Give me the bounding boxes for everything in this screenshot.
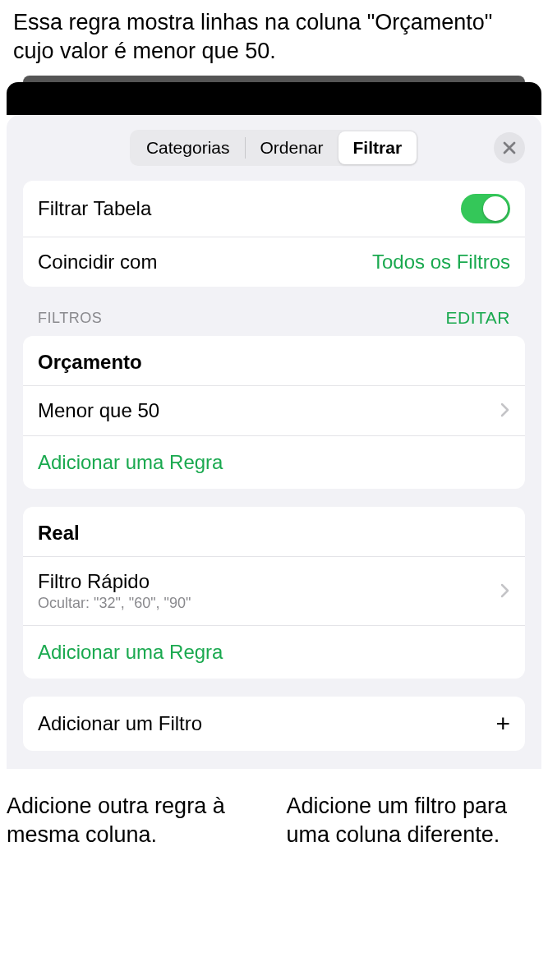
filter-table-row: Filtrar Tabela [23,181,525,237]
background-dark-band [7,82,541,115]
tab-categories[interactable]: Categorias [131,131,245,164]
segmented-control: Categorias Ordenar Filtrar [130,130,418,166]
filter-table-toggle[interactable] [461,194,510,223]
annotation-bottom-left: Adicione outra regra à mesma coluna. [7,792,262,849]
close-button[interactable] [494,132,525,163]
rule-label: Menor que 50 [38,399,159,422]
annotation-bottom-right: Adicione um filtro para uma coluna difer… [287,792,542,849]
filter-table-label: Filtrar Tabela [38,197,151,220]
filter-group-orcamento: Orçamento Menor que 50 Adicionar uma Reg… [23,336,525,489]
add-rule-orcamento[interactable]: Adicionar uma Regra [23,435,525,489]
add-filter-button[interactable]: Adicionar um Filtro + [23,697,525,751]
match-row[interactable]: Coincidir com Todos os Filtros [23,237,525,287]
close-icon [503,141,516,154]
group-title-real: Real [23,507,525,556]
group-title-orcamento: Orçamento [23,336,525,385]
chevron-right-icon [500,580,510,603]
filters-section-header: FILTROS EDITAR [23,308,525,336]
rule-content: Filtro Rápido Ocultar: "32", "60", "90" [38,570,191,612]
match-label: Coincidir com [38,251,157,274]
rule-title: Filtro Rápido [38,570,191,593]
sheet-header: Categorias Ordenar Filtrar [23,130,525,166]
annotation-top: Essa regra mostra linhas na coluna "Orça… [0,0,548,76]
edit-button[interactable]: EDITAR [446,308,510,328]
tab-filter[interactable]: Filtrar [338,131,417,164]
rule-filtro-rapido[interactable]: Filtro Rápido Ocultar: "32", "60", "90" [23,556,525,625]
plus-icon: + [495,710,510,738]
rule-subtitle: Ocultar: "32", "60", "90" [38,595,191,612]
filter-sheet: Categorias Ordenar Filtrar Filtrar Tabel… [7,115,541,769]
rule-menor-que-50[interactable]: Menor que 50 [23,385,525,435]
add-filter-card: Adicionar um Filtro + [23,697,525,751]
add-rule-real[interactable]: Adicionar uma Regra [23,625,525,679]
background-sheet-tip [23,76,525,82]
match-value: Todos os Filtros [372,251,510,274]
add-filter-label: Adicionar um Filtro [38,712,202,735]
toggle-knob [483,196,508,221]
tab-sort[interactable]: Ordenar [246,131,338,164]
filter-options-card: Filtrar Tabela Coincidir com Todos os Fi… [23,181,525,287]
chevron-right-icon [500,399,510,422]
filters-section-title: FILTROS [38,310,102,327]
filter-group-real: Real Filtro Rápido Ocultar: "32", "60", … [23,507,525,679]
bottom-annotations: Adicione outra regra à mesma coluna. Adi… [0,769,548,849]
